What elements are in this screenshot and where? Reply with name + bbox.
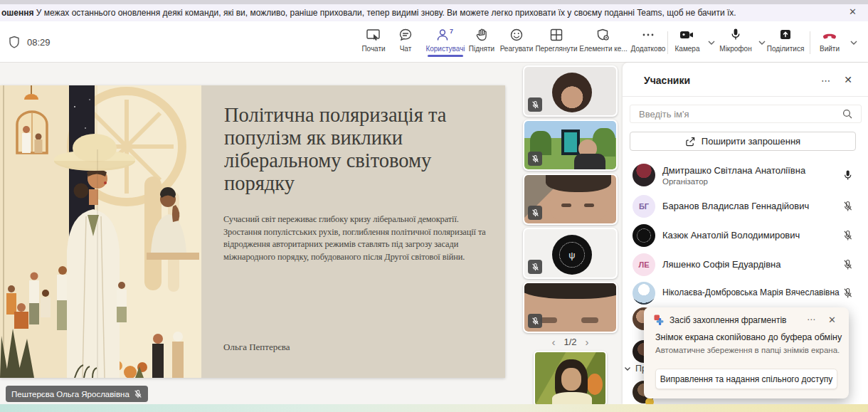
- mic-off-badge: [528, 260, 542, 274]
- avatar-initials: БГ: [633, 195, 655, 218]
- participants-close-icon[interactable]: ✕: [844, 74, 852, 85]
- toolbar-share-button[interactable]: Поділитися: [763, 26, 808, 53]
- share-invite-icon: [685, 137, 696, 147]
- participant-name: Ніколаєва-Домбровська Марія Вячеславівна: [662, 287, 840, 297]
- leave-call-icon: [821, 26, 838, 43]
- toast-close-icon[interactable]: ✕: [828, 315, 836, 325]
- prev-page-icon[interactable]: ‹: [551, 336, 555, 348]
- snipping-tool-icon: [654, 314, 666, 326]
- avatar-initials: ЛЕ: [633, 253, 655, 276]
- participant-row[interactable]: Казюк Анатолій Володимирович: [623, 221, 868, 250]
- slide-author: Ольга Пептерєва: [223, 342, 290, 353]
- share-screen-up-icon: [779, 26, 792, 43]
- participant-row[interactable]: Дмитрашко Світлана Анатоліївна Організат…: [623, 161, 868, 189]
- participant-name: Ляшенко Софія Едуардівна: [662, 259, 781, 270]
- chevron-down-icon: [624, 366, 631, 371]
- bottom-edge-strip: [0, 404, 868, 412]
- grid-icon: [549, 26, 563, 43]
- mic-off-icon[interactable]: [843, 287, 852, 299]
- slide-body: Сучасний світ переживає глибоку кризу лі…: [223, 213, 502, 263]
- more-dots-icon: [641, 26, 655, 43]
- slide-title: Політична поляризація та популізм як вик…: [224, 104, 498, 195]
- toolbar-chat-button[interactable]: Чат: [383, 26, 428, 53]
- toolbar-camera-button[interactable]: Камера: [665, 26, 710, 53]
- mic-off-icon[interactable]: [843, 230, 852, 241]
- chat-icon: [398, 26, 413, 43]
- toast-submessage: Автоматичне збереження в папці знімків е…: [655, 346, 840, 354]
- video-tile[interactable]: ψ: [523, 228, 618, 279]
- avatar: [633, 224, 655, 247]
- toast-action-button[interactable]: Виправлення та надання спільного доступу: [655, 369, 837, 389]
- video-tile[interactable]: [523, 282, 618, 333]
- banner-text: У межах останнього оновлення деякі коман…: [36, 8, 736, 18]
- mic-off-icon[interactable]: [843, 259, 852, 270]
- raised-hand-icon: [475, 26, 488, 43]
- participants-title: Учасники: [644, 75, 690, 86]
- participant-row[interactable]: БГ Баранов Владислав Геннадійович: [623, 192, 868, 221]
- banner-lead: ошення: [1, 8, 34, 18]
- toolbar-leave-button[interactable]: Вийти: [807, 26, 852, 53]
- video-tile[interactable]: [523, 174, 618, 225]
- teams-meeting-window: ошення У межах останнього оновлення деяк…: [0, 0, 868, 412]
- page-indicator: 1/2: [563, 337, 576, 347]
- participant-name: Дмитрашко Світлана Анатоліївна: [662, 165, 805, 176]
- presenter-name-tag: Пештерєва Ольга Ярославівна: [6, 386, 148, 402]
- shield-icon: [9, 36, 20, 48]
- mic-on-icon[interactable]: [843, 169, 852, 181]
- video-pagination: ‹ 1/2 ›: [523, 333, 618, 350]
- slide-illustration: [0, 85, 201, 378]
- camera-icon: [679, 26, 696, 43]
- meeting-timer: 08:29: [27, 37, 51, 48]
- shared-presentation-slide: Політична поляризація та популізм як вик…: [0, 85, 505, 378]
- people-icon: 7: [435, 26, 456, 43]
- share-invite-label: Поширити запрошення: [702, 136, 800, 147]
- mic-off-icon: [134, 389, 142, 399]
- screen-share-icon: [366, 26, 381, 43]
- participant-row[interactable]: Ніколаєва-Домбровська Марія Вячеславівна: [623, 279, 868, 307]
- participants-menu-icon[interactable]: ⋯: [821, 75, 831, 86]
- mic-off-badge: [528, 314, 542, 328]
- snipping-tool-toast: Засіб захоплення фрагментів ⋯ ✕ Знімок е…: [644, 307, 849, 398]
- mic-off-badge: [528, 206, 542, 220]
- toolbar-control-elements-button[interactable]: Елементи ке...: [581, 26, 626, 53]
- slide-text-area: Політична поляризація та популізм як вик…: [201, 85, 505, 378]
- smiley-icon: [509, 26, 524, 43]
- mic-off-badge: [528, 97, 542, 112]
- mic-off-badge: [528, 152, 542, 166]
- mic-icon: [730, 26, 741, 43]
- active-tab-underline: [428, 55, 463, 57]
- toast-message: Знімок екрана скопійовано до буфера обмі…: [655, 332, 842, 342]
- search-placeholder: Введіть ім'я: [639, 109, 842, 120]
- video-tile[interactable]: [523, 65, 618, 117]
- toolbar-react-button[interactable]: Реагувати: [494, 26, 539, 53]
- toolbar-view-button[interactable]: Переглянути: [534, 26, 579, 53]
- divider: [623, 96, 868, 97]
- banner-close-icon[interactable]: ✕: [849, 6, 857, 17]
- svg-text:7: 7: [450, 28, 453, 35]
- avatar: [633, 282, 655, 305]
- next-page-icon[interactable]: ›: [586, 336, 589, 348]
- mic-off-icon[interactable]: [843, 201, 852, 212]
- presenter-name: Пештерєва Ольга Ярославівна: [11, 390, 129, 398]
- participant-name: Баранов Владислав Геннадійович: [662, 201, 809, 211]
- participant-name: Казюк Анатолій Володимирович: [662, 230, 800, 241]
- meeting-toolbar: 08:29 Почати Чат 7 Користувачі Під: [0, 21, 868, 63]
- presenter-video-tile[interactable]: [534, 351, 607, 406]
- toast-menu-icon[interactable]: ⋯: [807, 315, 816, 324]
- avatar: [633, 164, 655, 186]
- notification-banner: ошення У межах останнього оновлення деяк…: [0, 4, 868, 21]
- toolbar-mic-button[interactable]: Мікрофон: [713, 26, 758, 53]
- shield-gear-icon: [596, 26, 610, 43]
- leave-chevron-icon[interactable]: [850, 40, 858, 46]
- search-icon: [842, 109, 852, 119]
- participant-row[interactable]: ЛЕ Ляшенко Софія Едуардівна: [623, 250, 868, 279]
- participants-search-input[interactable]: Введіть ім'я: [630, 105, 862, 123]
- participant-role: Організатор: [662, 177, 708, 186]
- toast-app-title: Засіб захоплення фрагментів: [669, 315, 786, 325]
- share-invite-button[interactable]: Поширити запрошення: [630, 132, 856, 151]
- video-tile[interactable]: [523, 120, 618, 171]
